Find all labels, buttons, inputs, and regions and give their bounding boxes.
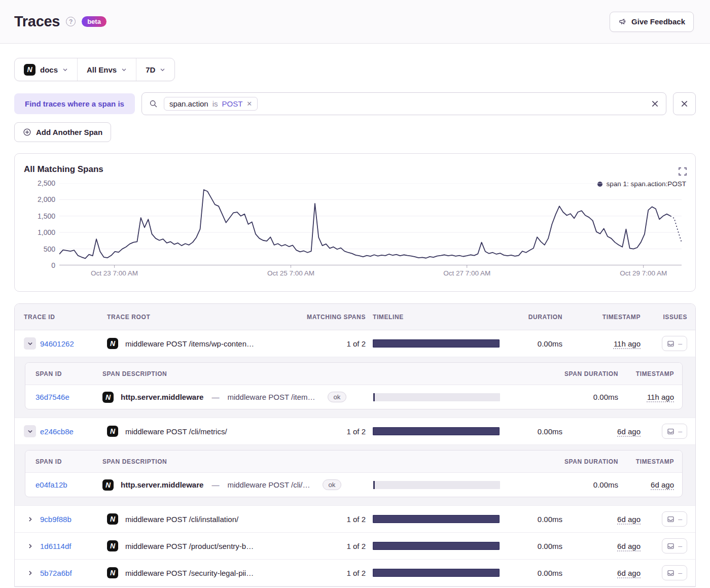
issues-icon xyxy=(667,542,674,550)
nextjs-project-icon: N xyxy=(102,392,114,403)
span-timeline-bar[interactable] xyxy=(373,481,500,489)
chart-plot-area[interactable]: Oct 23 7:00 AMOct 25 7:00 AMOct 27 7:00 … xyxy=(59,183,682,283)
trace-id-link[interactable]: e246cb8e xyxy=(40,427,74,436)
span-id-link[interactable]: 36d7546e xyxy=(36,393,95,401)
duration-value: 0.00ms xyxy=(507,515,562,524)
span-search-input[interactable]: span.action is POST ✕ xyxy=(141,92,666,115)
environment-filter[interactable]: All Envs xyxy=(77,58,136,81)
timeline-bar[interactable] xyxy=(373,515,500,523)
timestamp-value[interactable]: 6d ago xyxy=(617,569,641,577)
y-axis-tick-label: 0 xyxy=(51,261,55,270)
matching-spans-count: 1 of 2 xyxy=(295,515,366,524)
nextjs-project-icon: N xyxy=(107,540,118,551)
col-span-description: Span Description xyxy=(102,458,366,465)
date-range-label: 7D xyxy=(146,65,155,74)
issues-icon xyxy=(667,515,674,523)
span-description-text: middleware POST /item… xyxy=(227,393,315,401)
issues-cell[interactable]: – xyxy=(662,424,687,439)
chevron-right-icon xyxy=(27,516,33,523)
duration-value: 0.00ms xyxy=(507,569,562,577)
fullscreen-icon xyxy=(678,167,687,176)
timeline-bar[interactable] xyxy=(373,427,500,435)
span-timestamp-value[interactable]: 11h ago xyxy=(647,393,674,401)
issues-empty-dash: – xyxy=(678,339,682,348)
clear-search-icon[interactable] xyxy=(651,100,659,108)
issues-icon xyxy=(667,569,674,577)
duration-value: 0.00ms xyxy=(507,542,562,550)
token-remove-icon[interactable]: ✕ xyxy=(246,100,252,108)
expand-row-button[interactable] xyxy=(24,567,36,579)
y-axis-tick-label: 2,000 xyxy=(38,195,55,204)
issues-cell[interactable]: – xyxy=(662,538,687,554)
date-range-filter[interactable]: 7D xyxy=(136,58,174,81)
project-filter-label: docs xyxy=(40,65,58,74)
collapse-row-button[interactable] xyxy=(24,425,36,437)
token-value[interactable]: POST xyxy=(222,99,243,108)
duration-value: 0.00ms xyxy=(507,427,562,436)
give-feedback-label: Give Feedback xyxy=(631,17,685,26)
help-icon[interactable]: ? xyxy=(66,17,76,26)
span-timestamp-value[interactable]: 6d ago xyxy=(651,480,674,489)
span-status-badge: ok xyxy=(328,392,347,402)
nextjs-project-icon: N xyxy=(102,479,114,491)
span-timeline-bar[interactable] xyxy=(373,393,500,401)
matching-spans-count: 1 of 2 xyxy=(295,569,366,577)
span-duration-value: 0.00ms xyxy=(507,393,618,401)
environment-filter-label: All Envs xyxy=(87,65,117,74)
timeline-bar[interactable] xyxy=(373,542,500,550)
chart-x-axis: Oct 23 7:00 AMOct 25 7:00 AMOct 27 7:00 … xyxy=(59,269,682,283)
table-row: e246cb8e N middleware POST /cli/metrics/… xyxy=(15,418,695,445)
issues-empty-dash: – xyxy=(678,515,682,523)
trace-id-link[interactable]: 9cb9f88b xyxy=(40,515,72,524)
give-feedback-button[interactable]: Give Feedback xyxy=(610,12,694,32)
timestamp-value[interactable]: 6d ago xyxy=(617,427,641,436)
expand-row-button[interactable] xyxy=(24,513,36,525)
trace-root-text: middleware POST /security-legal-pii… xyxy=(125,569,254,577)
chevron-right-icon xyxy=(27,543,33,549)
x-axis-tick-label: Oct 23 7:00 AM xyxy=(91,269,138,277)
x-axis-tick-label: Oct 29 7:00 AM xyxy=(620,269,667,277)
chevron-right-icon xyxy=(27,570,33,576)
trace-root-text: middleware POST /product/sentry-b… xyxy=(125,542,254,550)
expand-row-button[interactable] xyxy=(24,540,36,552)
issues-cell[interactable]: – xyxy=(662,565,687,580)
expand-chart-button[interactable] xyxy=(678,167,687,176)
filter-token[interactable]: span.action is POST ✕ xyxy=(164,97,258,111)
traces-table: Trace ID Trace Root Matching Spans Timel… xyxy=(14,303,696,587)
trace-id-link[interactable]: 94601262 xyxy=(40,339,74,348)
trace-id-link[interactable]: 5b72a6bf xyxy=(40,569,72,577)
issues-icon xyxy=(667,428,674,435)
add-another-span-button[interactable]: Add Another Span xyxy=(14,122,111,142)
span-row: e04fa12b N http.server.middleware — midd… xyxy=(25,473,682,497)
beta-badge: beta xyxy=(82,16,106,27)
timestamp-value[interactable]: 11h ago xyxy=(614,339,641,348)
issues-cell[interactable]: – xyxy=(662,511,687,527)
col-span-duration: Span Duration xyxy=(507,370,618,377)
remove-span-filter-button[interactable] xyxy=(673,92,696,115)
y-axis-tick-label: 1,500 xyxy=(38,212,55,221)
timestamp-value[interactable]: 6d ago xyxy=(617,515,641,524)
token-operator[interactable]: is xyxy=(212,99,218,108)
expanded-span-panel: Span ID Span Description Span Duration T… xyxy=(15,357,695,418)
timeline-bar[interactable] xyxy=(373,569,500,577)
collapse-row-button[interactable] xyxy=(24,337,36,350)
span-id-link[interactable]: e04fa12b xyxy=(36,480,95,489)
nextjs-project-icon: N xyxy=(107,513,118,525)
timestamp-value[interactable]: 6d ago xyxy=(617,542,641,550)
span-op-name: http.server.middleware xyxy=(121,480,203,489)
page-filter-bar: N docs All Envs 7D xyxy=(14,58,175,81)
add-another-span-label: Add Another Span xyxy=(36,128,102,136)
span-status-badge: ok xyxy=(323,479,342,490)
op-separator: — xyxy=(211,480,219,489)
table-row: 94601262 N middleware POST /items/wp-con… xyxy=(15,330,695,357)
span-table-header-row: Span ID Span Description Span Duration T… xyxy=(25,451,682,473)
spans-trend-line xyxy=(59,183,682,268)
project-filter[interactable]: N docs xyxy=(15,58,77,81)
col-span-duration: Span Duration xyxy=(507,458,618,465)
chart-y-axis: 05001,0001,5002,0002,500 xyxy=(15,183,59,265)
table-row: 1d6114df N middleware POST /product/sent… xyxy=(15,533,695,560)
issues-cell[interactable]: – xyxy=(662,336,687,351)
trace-id-link[interactable]: 1d6114df xyxy=(40,542,71,550)
timeline-bar[interactable] xyxy=(373,339,500,348)
x-axis-tick-label: Oct 25 7:00 AM xyxy=(267,269,314,277)
